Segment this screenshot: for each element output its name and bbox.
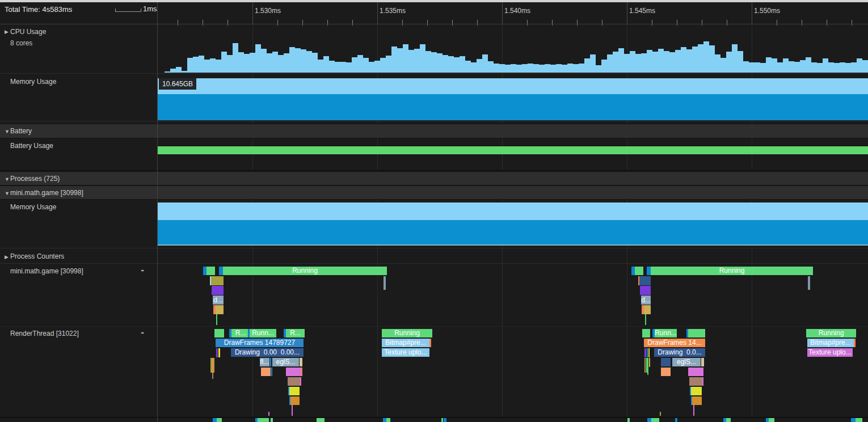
collapse-thread-icon[interactable]: ⌄⌃ [138, 330, 146, 336]
trace-segment[interactable] [688, 329, 705, 337]
trace-segment[interactable] [384, 276, 386, 290]
trace-segment[interactable] [268, 412, 269, 416]
cpu-usage-chart[interactable] [159, 24, 868, 73]
trace-segment[interactable] [218, 348, 220, 357]
drawing-0-0-bar[interactable]: Drawing 0.0... [654, 348, 705, 357]
runn-bar[interactable]: Runn... [250, 329, 276, 337]
trace-segment[interactable] [644, 358, 646, 373]
texture-uplo-bar[interactable]: Texture uplo... [807, 348, 853, 357]
trace-segment[interactable] [689, 377, 702, 386]
trace-segment[interactable] [651, 418, 659, 422]
trace-segment[interactable] [214, 329, 224, 337]
time-ruler[interactable]: 1.530ms1.535ms1.540ms1.545ms1.550ms [0, 2, 868, 24]
trace-segment[interactable] [854, 339, 856, 347]
running-bar[interactable]: Running [806, 329, 856, 337]
trace-segment[interactable] [213, 358, 214, 373]
trace-segment[interactable] [647, 267, 651, 275]
trace-segment[interactable] [769, 418, 774, 422]
trace-segment[interactable] [271, 368, 272, 376]
track-thread-renderthread[interactable]: RenderThread [31022] ⌄⌃ [0, 327, 868, 417]
trace-segment[interactable] [691, 387, 702, 395]
d-bar[interactable]: d... [641, 296, 651, 305]
runn-bar[interactable]: Runn... [655, 329, 677, 337]
section-process-mini-math-game[interactable]: ▼ mini.math.game [30998] [0, 185, 868, 200]
trace-segment[interactable] [648, 348, 650, 357]
bitmap-pre-bar[interactable]: Bitmap#pre... [382, 339, 429, 347]
chevron-right-icon[interactable]: ▶ [5, 254, 9, 260]
trace-segment[interactable] [290, 396, 300, 405]
collapse-thread-icon[interactable]: ⌄⌃ [138, 267, 146, 274]
trace-segment[interactable] [261, 368, 271, 376]
trace-segment[interactable] [644, 305, 651, 314]
trace-segment[interactable] [271, 418, 273, 422]
trace-segment[interactable] [688, 368, 703, 376]
trace-segment[interactable] [726, 418, 731, 422]
chevron-right-icon[interactable]: ▶ [5, 28, 9, 35]
fl-bar[interactable]: fl... [260, 358, 269, 366]
trace-segment[interactable] [270, 358, 271, 366]
section-processes[interactable]: ▼ Processes (725) [0, 171, 868, 185]
trace-segment[interactable] [212, 286, 224, 295]
drawframes-14-bar[interactable]: DrawFrames 14... [644, 339, 705, 347]
trace-segment[interactable] [441, 418, 443, 422]
chevron-down-icon[interactable]: ▼ [5, 176, 10, 183]
trace-segment[interactable] [660, 412, 661, 416]
texture-uplo-bar[interactable]: Texture uplo... [382, 348, 429, 357]
trace-segment[interactable] [429, 339, 431, 347]
trace-segment[interactable] [693, 405, 694, 416]
trace-segment[interactable] [702, 377, 703, 386]
chevron-down-icon[interactable]: ▼ [5, 128, 10, 135]
r-bar[interactable]: R... [286, 329, 305, 337]
trace-segment[interactable] [851, 418, 856, 422]
trace-segment[interactable] [640, 286, 651, 295]
chevron-down-icon[interactable]: ▼ [5, 190, 10, 197]
trace-segment[interactable] [645, 314, 646, 325]
trace-segment[interactable] [627, 418, 630, 422]
trace-segment[interactable] [647, 418, 651, 422]
trace-segment[interactable] [649, 358, 650, 367]
trace-segment[interactable] [216, 348, 218, 357]
egls-bar[interactable]: eglS... [272, 358, 299, 366]
trace-segment[interactable] [300, 358, 302, 366]
trace-segment[interactable] [692, 396, 702, 405]
trace-segment[interactable] [701, 358, 704, 366]
d-bar[interactable]: d... [213, 296, 224, 305]
trace-segment[interactable] [661, 358, 671, 366]
drawing-0-00-0-00-bar[interactable]: Drawing 0.00 0.00... [231, 348, 304, 357]
bitmap-pre-bar[interactable]: Bitmap#pre... [807, 339, 854, 347]
trace-segment[interactable] [644, 348, 646, 357]
trace-segment[interactable] [647, 358, 648, 375]
trace-segment[interactable] [675, 418, 677, 422]
trace-segment[interactable] [292, 405, 293, 416]
r-bar[interactable]: R... [231, 329, 250, 337]
track-process-counters[interactable]: ▶ Process Counters [0, 248, 868, 264]
trace-segment[interactable] [288, 377, 300, 386]
trace-segment[interactable] [444, 418, 446, 422]
trace-segment[interactable] [808, 276, 810, 290]
trace-segment[interactable] [217, 418, 222, 422]
trace-segment[interactable] [386, 418, 390, 422]
trace-segment[interactable] [647, 348, 648, 357]
trace-segment[interactable] [639, 276, 651, 285]
drawframes-14789727-bar[interactable]: DrawFrames 14789727 [216, 339, 304, 347]
running-bar[interactable]: Running [382, 329, 432, 337]
trace-segment[interactable] [286, 368, 301, 376]
trace-segment[interactable] [289, 387, 300, 395]
trace-segment[interactable] [219, 267, 223, 275]
trace-segment[interactable] [207, 267, 215, 275]
trace-segment[interactable] [216, 314, 217, 325]
trace-segment[interactable] [661, 368, 671, 376]
trace-segment[interactable] [635, 267, 643, 275]
timeline-header[interactable]: Total Time: 4s583ms 1ms 1.530ms1.535ms1.… [0, 2, 868, 24]
trace-segment[interactable] [212, 373, 213, 379]
section-battery[interactable]: ▼ Battery [0, 124, 868, 138]
trace-segment[interactable] [258, 418, 269, 422]
egls-bar[interactable]: eglS... [672, 358, 701, 366]
track-battery[interactable]: Battery Usage [0, 138, 868, 170]
trace-segment[interactable] [213, 418, 217, 422]
trace-segment[interactable] [856, 418, 862, 422]
trace-segment[interactable] [300, 377, 301, 386]
running-bar[interactable]: Running [651, 267, 813, 275]
trace-segment[interactable] [211, 276, 224, 285]
trace-segment[interactable] [642, 329, 650, 337]
